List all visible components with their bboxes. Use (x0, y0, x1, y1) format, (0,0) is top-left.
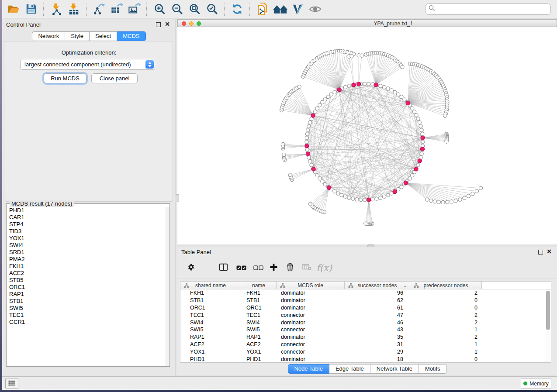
mcds-result-item[interactable]: ORC1 (7, 284, 166, 291)
mcds-result-item[interactable]: CAR1 (7, 214, 166, 221)
add-icon[interactable] (270, 264, 277, 273)
close-panel-button[interactable]: Close panel (91, 73, 138, 83)
refresh-button[interactable] (228, 1, 246, 17)
clone-network-button[interactable] (254, 1, 271, 17)
column-header-predecessor-nodes[interactable]: predecessor nodes (410, 282, 482, 289)
table-row[interactable]: YOX1YOX1connector291 (180, 348, 551, 355)
mcds-result-item[interactable]: ACE2 (7, 270, 166, 277)
table-scrollbar[interactable] (545, 289, 551, 362)
deselect-all-icon[interactable] (253, 264, 263, 272)
clone-network-icon (257, 3, 268, 15)
tab-select[interactable]: Select (90, 31, 117, 41)
search-box[interactable] (425, 3, 551, 15)
export-image-button[interactable] (125, 1, 143, 17)
export-network-button[interactable] (90, 1, 108, 17)
cell-shared_name: SWI4 (180, 320, 241, 326)
table-row[interactable]: PHD1PHD1dominator180 (180, 355, 551, 363)
mcds-result-item[interactable]: SWI5 (7, 305, 166, 312)
tab-node-table[interactable]: Node Table (287, 364, 329, 374)
zoom-out-button[interactable] (168, 1, 186, 17)
mcds-result-item[interactable]: STP4 (7, 221, 166, 228)
table-panel-title: Table Panel (181, 249, 211, 255)
table-row[interactable]: TEC1TEC1connector472 (180, 311, 551, 319)
cytoscape-window: Control Panel ✕ NetworkStyleSelectMCDS O… (2, 0, 557, 389)
mcds-result-item[interactable]: STB5 (7, 277, 166, 284)
shared-column-icon (280, 283, 285, 289)
table-row[interactable]: ACE2ACE2connector311 (180, 341, 551, 348)
table-panel: Table Panel ✕ f(x) shared namenameMCDS r… (177, 247, 557, 375)
zoom-selected-button[interactable] (203, 1, 221, 17)
table-row[interactable]: SWI5SWI5connector431 (180, 326, 551, 334)
columns-icon[interactable] (219, 264, 228, 273)
table-row[interactable]: RAP1RAP1dominator352 (180, 334, 551, 341)
float-window-icon[interactable] (156, 22, 161, 27)
scrollbar-thumb[interactable] (546, 291, 550, 330)
tab-network[interactable]: Network (32, 31, 65, 41)
select-all-icon[interactable] (236, 264, 246, 272)
save-button[interactable] (22, 1, 40, 17)
mcds-result-item[interactable]: GCR1 (7, 319, 166, 326)
cell-name: PHD1 (241, 356, 277, 362)
mcds-result-item[interactable]: STB1 (7, 298, 166, 305)
mcds-result-item[interactable]: SWI4 (7, 242, 166, 249)
show-graphics-details-button[interactable] (306, 1, 324, 17)
cell-predecessor: 0 (410, 356, 482, 362)
network-browser-button[interactable] (271, 1, 289, 17)
import-table-button[interactable] (65, 1, 83, 17)
table-row[interactable]: ORC1ORC1dominator610 (180, 304, 551, 312)
mcds-list-scrollbar[interactable] (166, 207, 170, 366)
mcds-result-item[interactable]: TEC1 (7, 312, 166, 319)
mcds-result-item[interactable]: FKH1 (7, 263, 166, 270)
table-row[interactable]: SWI4SWI4dominator462 (180, 319, 551, 326)
cell-name: RAP1 (241, 334, 277, 340)
zoom-out-icon (171, 3, 183, 15)
column-header-MCDS-role[interactable]: MCDS role (277, 282, 345, 289)
network-browser-icon (273, 4, 287, 14)
column-header-successor-nodes[interactable]: successor nodes⌄ (345, 282, 410, 289)
import-network-button[interactable] (48, 1, 65, 17)
table-rows: FKH1FKH1dominator962STB1STB1dominator620… (180, 289, 551, 363)
cell-predecessor: 1 (410, 327, 482, 333)
mcds-result-item[interactable]: RAP1 (7, 291, 166, 298)
close-window-icon[interactable]: ✕ (547, 248, 552, 255)
function-icon[interactable]: f(x) (316, 263, 332, 273)
zoom-fit-button[interactable] (186, 1, 203, 17)
tab-mcds[interactable]: MCDS (117, 31, 145, 41)
clear-table-icon[interactable] (302, 264, 311, 272)
table-row[interactable]: FKH1FKH1dominator962 (180, 289, 551, 297)
column-header-shared-name[interactable]: shared name (180, 282, 241, 289)
network-canvas[interactable] (177, 27, 557, 244)
delete-icon[interactable] (287, 263, 294, 273)
header-filler (482, 282, 551, 289)
shared-column-icon (184, 283, 189, 289)
toolbar-separator (86, 3, 87, 16)
cell-shared_name: YOX1 (180, 349, 241, 355)
cell-predecessor: 0 (410, 305, 482, 311)
mcds-result-item[interactable]: PMA2 (7, 256, 166, 263)
float-window-icon[interactable] (538, 250, 543, 254)
gear-icon[interactable] (187, 264, 195, 273)
close-window-icon[interactable]: ✕ (165, 21, 170, 28)
tab-network-table[interactable]: Network Table (370, 364, 419, 374)
hide-graphics-details-button[interactable] (289, 1, 306, 17)
mcds-result-item[interactable]: YOX1 (7, 235, 166, 242)
control-panel-title: Control Panel (6, 21, 41, 28)
memory-button[interactable]: Memory (521, 378, 551, 389)
mcds-result-item[interactable]: PHD1 (7, 207, 166, 214)
optimization-criterion-label: Optimization criterion: (5, 49, 173, 56)
mcds-result-item[interactable]: SRD1 (7, 249, 166, 256)
splitter-grip[interactable] (176, 194, 179, 202)
tab-style[interactable]: Style (65, 31, 90, 41)
tab-edge-table[interactable]: Edge Table (329, 364, 370, 374)
optimization-criterion-select[interactable]: largest connected component (undirected) (20, 59, 155, 70)
open-button[interactable] (5, 1, 22, 17)
column-header-name[interactable]: name (241, 282, 277, 289)
task-history-button[interactable] (5, 378, 18, 389)
run-mcds-button[interactable]: Run MCDS (44, 73, 86, 83)
tab-motifs[interactable]: Motifs (419, 364, 447, 374)
mcds-result-item[interactable]: TID3 (7, 228, 166, 235)
search-input[interactable] (437, 5, 547, 13)
table-row[interactable]: STB1STB1dominator620 (180, 297, 551, 304)
export-table-button[interactable] (108, 1, 125, 17)
zoom-in-button[interactable] (151, 1, 168, 17)
